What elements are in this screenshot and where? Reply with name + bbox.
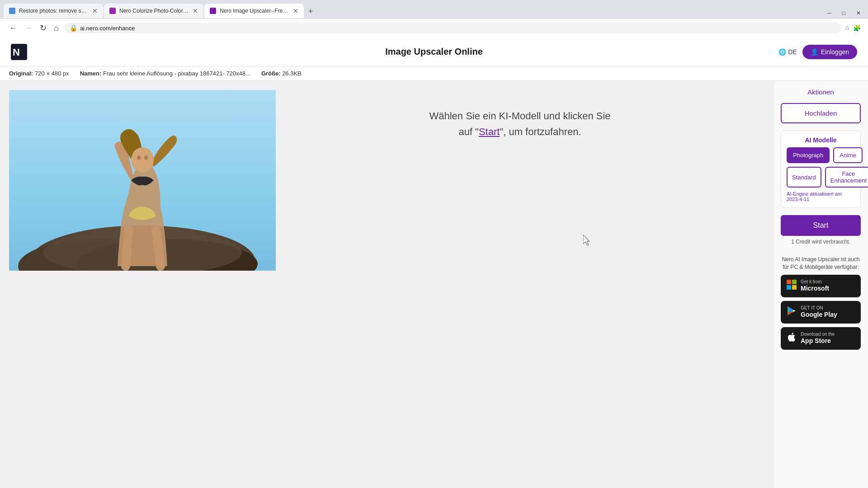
start-link[interactable]: Start bbox=[479, 126, 500, 137]
url-text: ai.nero.com/enhance bbox=[80, 25, 835, 32]
star-icon[interactable]: ☆ bbox=[844, 24, 850, 32]
anime-model-button[interactable]: Anime bbox=[833, 147, 863, 163]
name-label: Namen: Frau sehr kleine Auflösung - pixa… bbox=[80, 70, 250, 77]
microsoft-icon bbox=[786, 279, 797, 293]
microsoft-store-content: Get it from Microsoft bbox=[801, 279, 829, 292]
maximize-button[interactable]: □ bbox=[839, 10, 849, 16]
ai-engine-text: AI-Engine aktualisiert am 2023-4-11 bbox=[787, 191, 855, 202]
start-button[interactable]: Start bbox=[781, 215, 861, 236]
forward-button[interactable]: → bbox=[23, 22, 34, 35]
header-right: 🌐 DE 👤 Einloggen bbox=[778, 45, 857, 59]
instruction-part2-pre: auf " bbox=[458, 126, 479, 137]
svg-point-9 bbox=[137, 155, 141, 160]
uploaded-photo bbox=[9, 90, 276, 271]
svg-point-10 bbox=[144, 155, 148, 160]
tab-favicon-3 bbox=[210, 8, 216, 14]
window-controls: ─ □ ✕ bbox=[824, 10, 864, 18]
login-button[interactable]: 👤 Einloggen bbox=[802, 45, 857, 59]
original-label: Original: 720 × 480 px bbox=[9, 70, 69, 77]
extensions-icon[interactable]: 🧩 bbox=[853, 24, 861, 32]
language-button[interactable]: 🌐 DE bbox=[778, 48, 797, 56]
microsoft-sub: Get it from bbox=[801, 279, 822, 285]
user-icon: 👤 bbox=[811, 48, 818, 56]
model-buttons-row: Photograph Anime bbox=[787, 147, 855, 163]
instruction-part2-post: ", um fortzufahren. bbox=[500, 126, 581, 137]
google-play-name: Google Play bbox=[801, 311, 837, 319]
tab-favicon-2 bbox=[109, 8, 116, 14]
instruction-text: Wählen Sie ein KI-Modell und klicken Sie… bbox=[276, 90, 764, 158]
svg-text:N: N bbox=[13, 47, 20, 58]
app-store-button[interactable]: Download on the App Store bbox=[781, 327, 861, 350]
app-store-sub: Download on the bbox=[801, 332, 835, 337]
tab-close-2[interactable]: ✕ bbox=[193, 7, 198, 14]
standard-button[interactable]: Standard bbox=[787, 167, 821, 188]
nero-logo-icon: N bbox=[11, 44, 27, 60]
tab-close-1[interactable]: ✕ bbox=[92, 7, 98, 14]
tab-label-2: Nero Colorize Photo-Colorize Yo... bbox=[119, 8, 189, 14]
svg-point-8 bbox=[131, 147, 154, 173]
tab-label-1: Restore photos: remove scratch... bbox=[19, 8, 89, 14]
enhancement-buttons-row: Standard Face Enhancement bbox=[787, 167, 855, 188]
sidebar: Aktionen Hochladen AI Modelle Photograph… bbox=[773, 81, 868, 488]
tab-2[interactable]: Nero Colorize Photo-Colorize Yo... ✕ bbox=[104, 4, 203, 18]
face-enhancement-button[interactable]: Face Enhancement bbox=[825, 167, 868, 188]
info-bar: Original: 720 × 480 px Namen: Frau sehr … bbox=[0, 66, 868, 81]
address-bar: ← → ↻ ⌂ 🔒 ai.nero.com/enhance ☆ 🧩 bbox=[0, 18, 868, 38]
size-label: Größe: 26.3KB bbox=[261, 70, 302, 77]
upload-button[interactable]: Hochladen bbox=[781, 103, 861, 123]
aktionen-title: Aktionen bbox=[781, 88, 861, 96]
new-tab-button[interactable]: + bbox=[305, 5, 317, 18]
tab-favicon-1 bbox=[9, 8, 15, 14]
reload-button[interactable]: ↻ bbox=[38, 21, 48, 35]
google-play-sub: GET IT ON bbox=[801, 305, 823, 311]
photograph-model-button[interactable]: Photograph bbox=[787, 147, 830, 163]
main-layout: Wählen Sie ein KI-Modell und klicken Sie… bbox=[0, 81, 868, 488]
microsoft-store-button[interactable]: Get it from Microsoft bbox=[781, 275, 861, 297]
content-area: Wählen Sie ein KI-Modell und klicken Sie… bbox=[0, 81, 773, 488]
google-play-content: GET IT ON Google Play bbox=[801, 305, 837, 319]
login-label: Einloggen bbox=[821, 48, 849, 56]
tab-1[interactable]: Restore photos: remove scratch... ✕ bbox=[4, 4, 103, 18]
tab-bar: Restore photos: remove scratch... ✕ Nero… bbox=[0, 0, 868, 18]
url-input[interactable]: 🔒 ai.nero.com/enhance bbox=[64, 23, 841, 33]
svg-rect-14 bbox=[792, 285, 797, 290]
apps-section: Nero AI Image Upscaler ist auch für PC &… bbox=[781, 256, 861, 350]
svg-rect-11 bbox=[787, 280, 791, 284]
google-play-icon bbox=[786, 305, 797, 319]
app-store-name: App Store bbox=[801, 337, 831, 345]
microsoft-name: Microsoft bbox=[801, 285, 829, 292]
home-button[interactable]: ⌂ bbox=[52, 22, 61, 35]
app-store-content: Download on the App Store bbox=[801, 332, 835, 345]
browser-icons: ☆ 🧩 bbox=[844, 24, 861, 32]
tab-label-3: Nero Image Upscaler--Free Pho... bbox=[220, 8, 289, 14]
logo: N bbox=[11, 44, 27, 60]
minimize-button[interactable]: ─ bbox=[824, 10, 835, 16]
browser-chrome: Restore photos: remove scratch... ✕ Nero… bbox=[0, 0, 868, 38]
back-button[interactable]: ← bbox=[7, 22, 19, 35]
tab-close-3[interactable]: ✕ bbox=[293, 7, 298, 14]
image-container bbox=[9, 90, 276, 271]
start-section: Start 1 Credit wird verbraucht. bbox=[781, 215, 861, 245]
instruction-paragraph: Wählen Sie ein KI-Modell und klicken Sie… bbox=[429, 108, 610, 140]
apps-promo-text: Nero AI Image Upscaler ist auch für PC &… bbox=[781, 256, 861, 271]
lock-icon: 🔒 bbox=[70, 24, 77, 32]
app-header: N Image Upscaler Online 🌐 DE 👤 Einloggen bbox=[0, 38, 868, 66]
ai-models-title: AI Modelle bbox=[787, 136, 855, 144]
credit-text: 1 Credit wird verbraucht. bbox=[791, 239, 850, 245]
google-play-button[interactable]: GET IT ON Google Play bbox=[781, 301, 861, 324]
svg-rect-12 bbox=[792, 280, 797, 284]
app-title: Image Upscaler Online bbox=[385, 47, 483, 57]
apple-icon bbox=[786, 332, 797, 345]
globe-icon: 🌐 bbox=[778, 48, 786, 56]
tab-3[interactable]: Nero Image Upscaler--Free Pho... ✕ bbox=[204, 4, 304, 18]
svg-rect-13 bbox=[787, 285, 791, 290]
ai-models-section: AI Modelle Photograph Anime Standard Fac… bbox=[781, 131, 861, 208]
close-button[interactable]: ✕ bbox=[853, 10, 864, 16]
lang-label: DE bbox=[788, 48, 797, 56]
